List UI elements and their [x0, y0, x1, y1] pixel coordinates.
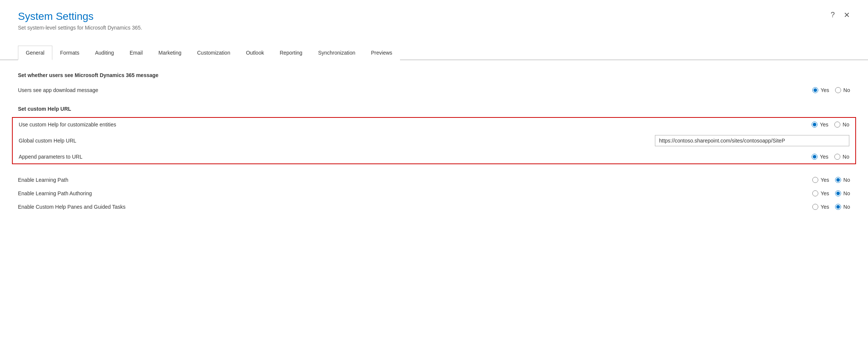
tab-general[interactable]: General [18, 46, 52, 60]
enable-custom-help-panes-label: Enable Custom Help Panes and Guided Task… [18, 204, 783, 210]
enable-learning-path-label: Enable Learning Path [18, 177, 783, 183]
use-custom-help-no-label: No [843, 122, 849, 128]
append-params-yes-label: Yes [820, 154, 828, 160]
append-params-no-radio[interactable] [834, 154, 840, 160]
tab-outlook[interactable]: Outlook [238, 46, 272, 60]
enable-learning-path-radio-group: Yes No [783, 177, 850, 183]
tab-marketing[interactable]: Marketing [151, 46, 189, 60]
global-help-url-input-container [655, 135, 849, 146]
tab-synchronization[interactable]: Synchronization [310, 46, 363, 60]
dialog-container: System Settings Set system-level setting… [0, 0, 868, 343]
use-custom-help-row: Use custom Help for customizable entitie… [19, 118, 849, 131]
enable-custom-help-panes-row: Enable Custom Help Panes and Guided Task… [18, 200, 850, 214]
tab-previews[interactable]: Previews [363, 46, 400, 60]
enable-chp-no-label: No [843, 204, 850, 210]
use-custom-help-no-radio[interactable] [834, 122, 840, 128]
append-params-row: Append parameters to URL Yes No [19, 150, 849, 163]
header-icons: ? ✕ [831, 10, 850, 19]
help-icon[interactable]: ? [831, 10, 835, 19]
enable-lpa-yes-radio[interactable] [812, 190, 818, 196]
enable-lpa-yes-label: Yes [821, 190, 829, 196]
enable-lpa-yes-option[interactable]: Yes [812, 190, 829, 196]
enable-learning-path-yes-option[interactable]: Yes [812, 177, 829, 183]
enable-lpa-no-label: No [843, 190, 850, 196]
enable-lpa-no-radio[interactable] [835, 190, 841, 196]
enable-learning-path-authoring-radio-group: Yes No [783, 190, 850, 196]
global-help-url-label: Global custom Help URL [19, 138, 655, 144]
use-custom-help-label: Use custom Help for customizable entitie… [19, 122, 782, 128]
enable-learning-path-authoring-label: Enable Learning Path Authoring [18, 190, 783, 196]
enable-learning-path-authoring-row: Enable Learning Path Authoring Yes No [18, 187, 850, 200]
tabs-container: General Formats Auditing Email Marketing… [0, 46, 868, 60]
tab-customization[interactable]: Customization [189, 46, 238, 60]
enable-learning-path-yes-radio[interactable] [812, 177, 818, 183]
dialog-subtitle: Set system-level settings for Microsoft … [18, 25, 850, 31]
enable-learning-path-no-label: No [843, 177, 850, 183]
enable-lpa-no-option[interactable]: No [835, 190, 850, 196]
app-download-yes-label: Yes [821, 87, 829, 93]
append-params-yes-radio[interactable] [812, 154, 818, 160]
append-params-no-option[interactable]: No [834, 154, 849, 160]
enable-learning-path-no-radio[interactable] [835, 177, 841, 183]
app-download-row: Users see app download message Yes No [18, 83, 850, 97]
append-params-yes-option[interactable]: Yes [812, 154, 828, 160]
enable-learning-path-row: Enable Learning Path Yes No [18, 173, 850, 187]
tab-reporting[interactable]: Reporting [272, 46, 310, 60]
enable-chp-no-radio[interactable] [835, 204, 841, 210]
custom-help-section: Set custom Help URL Use custom Help for … [18, 106, 850, 164]
dynamics-message-title: Set whether users see Microsoft Dynamics… [18, 72, 850, 78]
enable-learning-path-yes-label: Yes [821, 177, 829, 183]
content-area: Set whether users see Microsoft Dynamics… [0, 60, 868, 235]
use-custom-help-yes-label: Yes [820, 122, 828, 128]
enable-chp-no-option[interactable]: No [835, 204, 850, 210]
custom-help-highlighted-box: Use custom Help for customizable entitie… [12, 117, 856, 164]
enable-custom-help-panes-radio-group: Yes No [783, 204, 850, 210]
dialog-header: System Settings Set system-level setting… [0, 0, 868, 37]
app-download-radio-group: Yes No [783, 87, 850, 93]
use-custom-help-radio-group: Yes No [782, 122, 849, 128]
close-icon[interactable]: ✕ [844, 10, 850, 19]
use-custom-help-no-option[interactable]: No [834, 122, 849, 128]
global-help-url-input[interactable] [655, 135, 849, 146]
app-download-no-label: No [843, 87, 850, 93]
tab-auditing[interactable]: Auditing [87, 46, 122, 60]
tab-email[interactable]: Email [122, 46, 151, 60]
enable-chp-yes-radio[interactable] [812, 204, 818, 210]
append-params-label: Append parameters to URL [19, 154, 782, 160]
learning-section: Enable Learning Path Yes No Enable Learn… [18, 173, 850, 214]
append-params-radio-group: Yes No [782, 154, 849, 160]
global-help-url-row: Global custom Help URL [19, 131, 849, 150]
append-params-no-label: No [843, 154, 849, 160]
app-download-yes-radio[interactable] [812, 87, 818, 93]
app-download-no-radio[interactable] [835, 87, 841, 93]
enable-learning-path-no-option[interactable]: No [835, 177, 850, 183]
app-download-yes-option[interactable]: Yes [812, 87, 829, 93]
enable-chp-yes-option[interactable]: Yes [812, 204, 829, 210]
tab-formats[interactable]: Formats [52, 46, 87, 60]
use-custom-help-yes-option[interactable]: Yes [812, 122, 828, 128]
custom-help-title: Set custom Help URL [18, 106, 850, 112]
enable-chp-yes-label: Yes [821, 204, 829, 210]
dynamics-message-section: Set whether users see Microsoft Dynamics… [18, 72, 850, 97]
app-download-no-option[interactable]: No [835, 87, 850, 93]
use-custom-help-yes-radio[interactable] [812, 122, 818, 128]
app-download-label: Users see app download message [18, 87, 783, 93]
dialog-title: System Settings [18, 10, 850, 22]
